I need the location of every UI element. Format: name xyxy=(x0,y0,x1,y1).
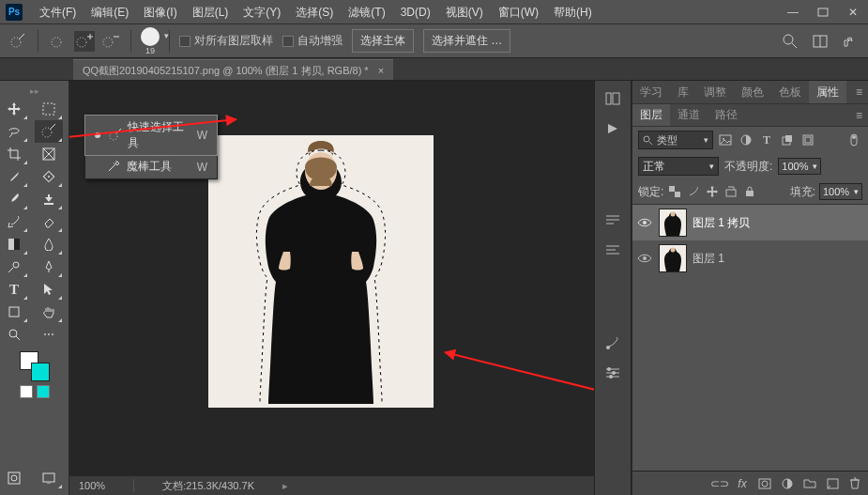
filter-smart-icon[interactable] xyxy=(799,131,816,148)
flyout-magic-wand[interactable]: 魔棒工具 W xyxy=(85,155,217,178)
menu-help[interactable]: 帮助(H) xyxy=(546,0,600,24)
zoom-tool[interactable] xyxy=(0,323,28,346)
play-action-icon[interactable] xyxy=(603,120,622,137)
layer-name[interactable]: 图层 1 xyxy=(693,251,724,267)
tab-channels[interactable]: 通道 xyxy=(670,104,708,126)
zoom-level[interactable]: 100% xyxy=(79,480,105,491)
sample-all-layers-checkbox[interactable]: 对所有图层取样 xyxy=(179,33,273,49)
fill-value[interactable]: 100%▾ xyxy=(819,183,862,200)
window-maximize[interactable] xyxy=(808,1,838,23)
auto-enhance-checkbox[interactable]: 自动增强 xyxy=(282,33,343,49)
default-colors-icon[interactable] xyxy=(20,385,33,398)
layer-thumb[interactable] xyxy=(659,209,687,237)
menu-file[interactable]: 文件(F) xyxy=(32,0,84,24)
menu-image[interactable]: 图像(I) xyxy=(136,0,184,24)
swap-colors-icon[interactable] xyxy=(37,385,50,398)
tab-adjust[interactable]: 调整 xyxy=(696,81,734,103)
status-caret-icon[interactable]: ▸ xyxy=(282,480,288,492)
brush-settings-icon[interactable] xyxy=(603,334,622,351)
blend-mode-select[interactable]: 正常▾ xyxy=(638,157,719,176)
layers-menu-icon[interactable]: ≡ xyxy=(850,104,868,126)
toolbox-handle[interactable]: ▸▸ xyxy=(0,86,69,98)
visibility-icon[interactable] xyxy=(636,214,653,231)
pen-tool[interactable] xyxy=(35,255,63,278)
lock-brush-icon[interactable] xyxy=(686,184,701,199)
window-minimize[interactable]: — xyxy=(778,1,808,23)
menu-layer[interactable]: 图层(L) xyxy=(185,0,236,24)
select-and-mask-button[interactable]: 选择并遮住 … xyxy=(423,29,510,53)
gradient-tool[interactable] xyxy=(0,233,28,255)
filter-type-icon[interactable]: T xyxy=(758,131,775,148)
lock-artboard-icon[interactable] xyxy=(723,184,739,199)
filter-pixel-icon[interactable] xyxy=(717,131,734,148)
canvas-area[interactable]: 快速选择工具 W 魔棒工具 W 100% 文档:215.3K/430.7K ▸ xyxy=(69,81,594,495)
menu-window[interactable]: 窗口(W) xyxy=(491,0,546,24)
tab-library[interactable]: 库 xyxy=(670,81,696,103)
adjustment-icon[interactable] xyxy=(780,476,795,491)
lasso-tool[interactable] xyxy=(0,120,28,143)
delete-layer-icon[interactable] xyxy=(847,476,862,491)
tab-swatch[interactable]: 色板 xyxy=(771,81,809,103)
tab-color[interactable]: 颜色 xyxy=(734,81,771,103)
tab-properties[interactable]: 属性 xyxy=(809,81,846,103)
quick-select-tool[interactable] xyxy=(35,120,63,143)
filter-shape-icon[interactable] xyxy=(779,131,796,148)
eraser-tool[interactable] xyxy=(35,210,63,233)
menu-type[interactable]: 文字(Y) xyxy=(236,0,288,24)
clone-tool[interactable] xyxy=(35,188,63,210)
menu-select[interactable]: 选择(S) xyxy=(288,0,341,24)
menu-view[interactable]: 视图(V) xyxy=(438,0,491,24)
dodge-tool[interactable] xyxy=(0,255,28,278)
close-tab-icon[interactable]: × xyxy=(378,60,384,81)
marquee-tool[interactable] xyxy=(35,98,63,120)
layer-row[interactable]: 图层 1 xyxy=(632,240,868,276)
window-close[interactable]: ✕ xyxy=(838,1,868,23)
quickmask-icon[interactable] xyxy=(0,467,28,489)
lock-pixels-icon[interactable] xyxy=(667,184,682,199)
type-tool[interactable]: T xyxy=(0,278,28,301)
filter-adjust-icon[interactable] xyxy=(738,131,754,148)
character-panel-icon[interactable] xyxy=(603,242,622,259)
current-tool-icon[interactable] xyxy=(8,31,28,52)
menu-filter[interactable]: 滤镜(T) xyxy=(341,0,392,24)
layer-name[interactable]: 图层 1 拷贝 xyxy=(693,215,750,231)
tab-learn[interactable]: 学习 xyxy=(632,81,670,103)
healing-tool[interactable] xyxy=(35,165,63,188)
hand-tool[interactable] xyxy=(35,301,63,323)
flyout-quick-select[interactable]: 快速选择工具 W xyxy=(85,116,217,155)
menu-3d[interactable]: 3D(D) xyxy=(393,0,438,24)
panel-menu-icon[interactable]: ≡ xyxy=(850,81,868,103)
menu-edit[interactable]: 编辑(E) xyxy=(84,0,136,24)
edit-toolbar-icon[interactable]: ⋯ xyxy=(35,323,63,346)
tab-layers[interactable]: 图层 xyxy=(632,104,670,126)
lock-all-icon[interactable] xyxy=(742,184,757,199)
opacity-value[interactable]: 100%▾ xyxy=(778,158,821,175)
color-swatches[interactable] xyxy=(20,351,50,381)
visibility-icon[interactable] xyxy=(636,250,653,267)
select-subject-button[interactable]: 选择主体 xyxy=(352,29,414,53)
path-selection-tool[interactable] xyxy=(35,278,63,301)
mask-icon[interactable] xyxy=(757,476,772,491)
document-tab[interactable]: QQ截图20190405215107.png @ 100% (图层 1 拷贝, … xyxy=(73,59,393,80)
link-layers-icon[interactable]: ⊂⊃ xyxy=(712,476,727,491)
brush-tool[interactable] xyxy=(0,188,28,210)
new-selection-icon[interactable] xyxy=(48,31,69,52)
share-icon[interactable] xyxy=(840,31,860,52)
tab-paths[interactable]: 路径 xyxy=(708,104,745,126)
add-selection-icon[interactable] xyxy=(74,31,95,52)
document-info[interactable]: 文档:215.3K/430.7K xyxy=(162,479,254,493)
filter-type-select[interactable]: 类型▾ xyxy=(638,131,713,149)
workspace-icon[interactable] xyxy=(810,31,830,52)
history-panel-icon[interactable] xyxy=(603,90,622,107)
search-icon[interactable] xyxy=(780,31,800,52)
brush-preset[interactable]: 19 xyxy=(141,27,160,55)
frame-tool[interactable] xyxy=(35,143,63,165)
blur-tool[interactable] xyxy=(35,233,63,255)
layer-thumb[interactable] xyxy=(659,244,687,272)
layer-row[interactable]: 图层 1 拷贝 xyxy=(632,205,868,240)
crop-tool[interactable] xyxy=(0,143,28,165)
subtract-selection-icon[interactable] xyxy=(100,31,121,52)
shape-tool[interactable] xyxy=(0,301,28,323)
history-brush-tool[interactable] xyxy=(0,210,28,233)
filter-toggle-icon[interactable] xyxy=(845,131,862,148)
